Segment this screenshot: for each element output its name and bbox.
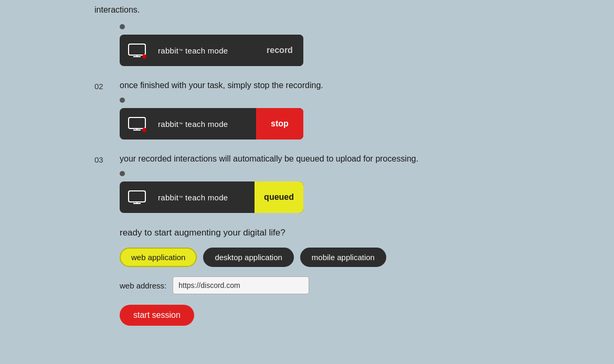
widget-icon-area-stop [120,108,154,140]
widget-dot-record [120,24,125,29]
widget-label-stop: rabbit™ teach mode [154,108,256,140]
svg-rect-3 [129,117,145,129]
rabbit-widget-record: rabbit™ teach mode record [120,35,303,66]
record-dot [142,55,146,59]
start-session-button[interactable]: start session [120,305,194,326]
widget-label-record: rabbit™ teach mode [154,35,256,66]
widget-label-queued: rabbit™ teach mode [154,181,255,213]
widget-action-stop[interactable]: stop [256,108,303,140]
web-address-input[interactable] [173,276,309,294]
cta-section: ready to start augmenting your digital l… [94,228,614,326]
widget-dot-stop [120,98,125,103]
step-03-text: your recorded interactions will automati… [120,154,418,164]
web-address-row: web address: [120,276,614,294]
step-number-02: 02 [94,81,120,91]
svg-rect-0 [129,44,145,55]
widget-dot-queued [120,171,125,176]
mobile-application-button[interactable]: mobile application [300,248,386,267]
intro-text: interactions. [94,0,614,15]
rabbit-widget-queued: rabbit™ teach mode queued [120,181,303,213]
widget-action-record[interactable]: record [256,35,303,66]
step-03-content: your recorded interactions will automati… [120,154,418,213]
desktop-application-button[interactable]: desktop application [203,248,293,267]
step-03-row: 03 your recorded interactions will autom… [94,154,614,213]
screen-icon-queued [128,190,146,204]
widget-icon-area-record [120,35,154,66]
main-content: interactions. rabbit™ teach mode record [0,0,614,326]
step-02-content: once finished with your task, simply sto… [120,81,323,140]
app-buttons-group: web application desktop application mobi… [120,248,614,267]
cta-text: ready to start augmenting your digital l… [120,228,614,238]
widget-action-queued[interactable]: queued [255,181,303,213]
record-dot-stop [142,128,146,132]
svg-rect-6 [129,191,145,202]
step-02-row: 02 once finished with your task, simply … [94,81,614,140]
rabbit-widget-stop: rabbit™ teach mode stop [120,108,303,140]
step-02-text: once finished with your task, simply sto… [120,81,323,90]
widget-icon-area-queued [120,181,154,213]
step-number-03: 03 [94,154,120,164]
web-address-label: web address: [120,281,166,290]
web-application-button[interactable]: web application [120,248,197,267]
